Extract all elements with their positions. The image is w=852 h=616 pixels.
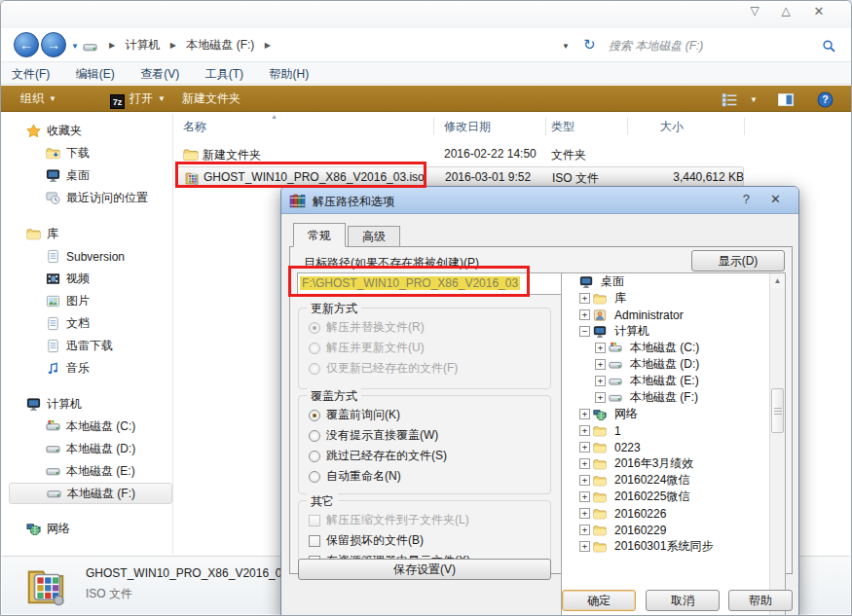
expander[interactable]: − [579,326,590,337]
expander[interactable]: + [595,376,606,386]
breadcrumb-separator[interactable]: ▶ [164,41,183,50]
menu-edit[interactable]: 编辑(E) [65,62,126,87]
sidebar-item-pictures[interactable]: 图片 [9,290,172,312]
sidebar-item-music[interactable]: 音乐 [9,357,172,380]
radio-skip-existing[interactable]: 跳过已经存在的文件(S) [309,447,550,465]
column-header-date[interactable]: 修改日期 [444,119,491,135]
radio-auto-rename[interactable]: 自动重命名(N) [309,467,550,486]
new-folder-button[interactable]: 新建文件夹 [182,86,241,112]
breadcrumb-local-disk-f[interactable]: 本地磁盘 (F:) [186,38,254,52]
tree-item-computer[interactable]: −计算机 [562,323,785,340]
expander[interactable]: + [595,359,606,370]
minimize-icon[interactable]: ▽ [742,4,767,19]
breadcrumb-computer[interactable]: 计算机 [126,38,161,52]
radio-overwrite-without-prompt[interactable]: 没有提示直接覆盖(W) [309,426,550,445]
search-input[interactable]: 搜索 本地磁盘 (F:) [605,33,838,56]
display-button[interactable]: 显示(D) [691,250,785,272]
column-header-name[interactable]: 名称 [183,119,206,135]
column-divider[interactable] [744,118,745,135]
sidebar-item-thunder-downloads[interactable]: 迅雷下载 [9,335,172,357]
close-icon[interactable]: ✕ [806,4,832,19]
dialog-close-icon[interactable]: ✕ [770,192,781,206]
dialog-help-icon[interactable]: ? [743,192,750,206]
refresh-icon[interactable]: ↻ [583,36,596,54]
column-divider[interactable] [545,118,546,135]
preview-pane-icon[interactable] [777,91,795,108]
tree-item-folder-1[interactable]: +1 [562,422,785,439]
dialog-titlebar[interactable]: 解压路径和选项 ? ✕ [281,187,798,214]
checkbox-keep-broken-files[interactable]: 保留损坏的文件(B) [309,531,550,550]
breadcrumb-separator[interactable]: ▶ [258,41,278,50]
expander[interactable]: + [579,541,590,552]
expander[interactable]: + [579,458,590,469]
expander[interactable]: + [579,508,590,519]
menu-view[interactable]: 查看(V) [130,62,190,87]
file-name[interactable]: GHOST_WIN10_PRO_X86_V2016_03.iso [204,170,425,184]
tree-item-disk-c[interactable]: +本地磁盘 (C:) [562,340,785,356]
sidebar-network[interactable]: 网络 [9,518,172,540]
tree-item-desktop[interactable]: 桌面 [562,273,785,290]
expander[interactable]: + [579,309,590,320]
cancel-button[interactable]: 取消 [646,590,720,611]
tree-item-disk-e[interactable]: +本地磁盘 (E:) [562,373,785,389]
ok-button[interactable]: 确定 [562,590,636,611]
expander[interactable]: + [579,409,590,419]
chevron-down-icon[interactable]: ▼ [750,95,758,104]
radio-extract-replace[interactable]: 解压并替换文件(R) [309,318,550,337]
expander[interactable]: + [595,392,606,403]
expander[interactable]: + [579,442,590,453]
expander[interactable]: + [579,293,590,304]
menu-help[interactable]: 帮助(H) [258,62,319,87]
destination-folder-tree[interactable]: 桌面 +库 +Administrator −计算机 +本地磁盘 (C:) +本地… [561,272,786,616]
help-button[interactable]: 帮助 [728,590,793,611]
sidebar-item-subversion[interactable]: Subversion [9,245,172,268]
tree-item-libraries[interactable]: +库 [562,290,785,307]
sidebar-item-videos[interactable]: 视频 [9,268,172,290]
forward-button[interactable]: → [41,32,66,57]
sidebar-item-disk-d[interactable]: 本地磁盘 (D:) [9,438,172,460]
expander[interactable]: + [579,425,590,436]
sidebar-item-disk-c[interactable]: 本地磁盘 (C:) [9,416,172,438]
tree-item-folder-20160229[interactable]: +20160229 [562,522,785,538]
maximize-icon[interactable]: △ [773,4,798,19]
sidebar-computer[interactable]: 计算机 [9,393,172,416]
radio-ask-before-overwrite[interactable]: 覆盖前询问(K) [309,406,550,424]
back-button[interactable]: ← [14,32,39,57]
tree-item-folder-20160225[interactable]: +20160225微信 [562,489,785,505]
column-divider[interactable] [433,118,434,135]
column-divider[interactable] [627,118,628,135]
tab-general[interactable]: 常规 [293,223,346,247]
sidebar-favorites[interactable]: 收藏夹 [9,120,172,142]
radio-update-existing-only[interactable]: 仅更新已经存在的文件(F) [309,359,550,378]
tree-item-disk-f[interactable]: +本地磁盘 (F:) [562,389,785,406]
search-icon[interactable] [822,37,836,54]
scroll-up-icon[interactable]: ▲ [770,273,785,288]
tree-item-folder-20160224[interactable]: +20160224微信 [562,472,785,489]
sidebar-item-downloads[interactable]: 下载 [9,142,172,164]
column-header-type[interactable]: 类型 [551,119,574,135]
expander[interactable]: + [579,475,590,486]
help-icon[interactable] [817,91,833,108]
radio-extract-update[interactable]: 解压并更新文件(U) [309,339,550,357]
sidebar-item-disk-f[interactable]: 本地磁盘 (F:) [9,483,172,504]
sidebar-item-desktop[interactable]: 桌面 [9,164,172,187]
tree-scrollbar[interactable]: ▲ ▼ [769,273,785,616]
checkbox-extract-to-subfolder[interactable]: 解压压缩文件到子文件夹(L) [309,511,550,529]
tab-advanced[interactable]: 高级 [348,226,400,247]
tree-item-folder-20160301[interactable]: +20160301系统同步 [562,538,785,555]
tree-item-disk-d[interactable]: +本地磁盘 (D:) [562,356,785,373]
menu-file[interactable]: 文件(F) [1,62,60,87]
tree-item-folder-2016-march[interactable]: +2016年3月绩效 [562,455,785,472]
expander[interactable]: + [579,491,590,502]
tree-item-administrator[interactable]: +Administrator [562,307,785,323]
sidebar-item-recent-places[interactable]: 最近访问的位置 [9,187,172,209]
expander[interactable]: + [595,343,606,353]
target-path-value[interactable]: F:\GHOST_WIN10_PRO_X86_V2016_03 [300,276,520,290]
open-button[interactable]: 7z打开▼ [110,86,166,112]
scrollbar-thumb[interactable] [771,388,784,433]
tree-item-network[interactable]: +网络 [562,406,785,422]
organize-button[interactable]: 组织▼ [20,86,56,112]
history-dropdown-icon[interactable]: ▼ [71,42,79,51]
tree-item-folder-0223[interactable]: +0223 [562,439,785,455]
change-view-icon[interactable] [722,91,738,108]
